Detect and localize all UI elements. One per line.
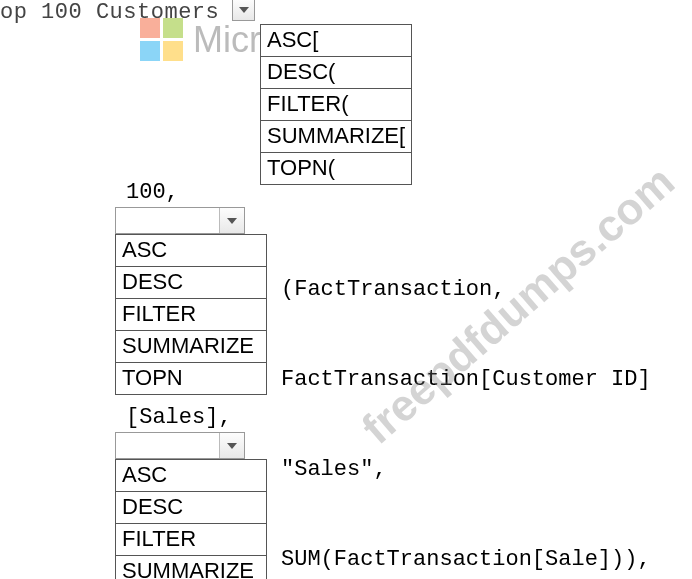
dropdown1-list: ASC[ DESC( FILTER( SUMMARIZE[ TOPN( bbox=[260, 24, 412, 185]
list-item[interactable]: SUMMARIZE[ bbox=[261, 121, 411, 153]
list-item[interactable]: FILTER bbox=[116, 299, 266, 331]
code-line: FactTransaction[Customer ID] bbox=[281, 365, 651, 395]
code-sales-line: [Sales], bbox=[126, 405, 232, 430]
list-item[interactable]: ASC bbox=[116, 235, 266, 267]
list-item[interactable]: DESC bbox=[116, 267, 266, 299]
dropdown3-button[interactable] bbox=[219, 433, 244, 458]
dropdown3-input[interactable] bbox=[115, 432, 245, 459]
list-item[interactable]: FILTER bbox=[116, 524, 266, 556]
list-item[interactable]: DESC( bbox=[261, 57, 411, 89]
code-facttransaction-block: (FactTransaction, FactTransaction[Custom… bbox=[281, 215, 651, 579]
dropdown2-list: ASC DESC FILTER SUMMARIZE TOPN bbox=[115, 234, 267, 395]
chevron-down-icon bbox=[239, 7, 249, 13]
dropdown1-button[interactable] bbox=[232, 0, 255, 21]
dropdown2-input[interactable] bbox=[115, 207, 245, 234]
list-item[interactable]: DESC bbox=[116, 492, 266, 524]
list-item[interactable]: ASC bbox=[116, 460, 266, 492]
list-item[interactable]: ASC[ bbox=[261, 25, 411, 57]
dropdown2-button[interactable] bbox=[219, 208, 244, 233]
dropdown3-list: ASC DESC FILTER SUMMARIZE TOPN bbox=[115, 459, 267, 579]
code-100-arg: 100, bbox=[126, 180, 179, 205]
list-item[interactable]: TOPN bbox=[116, 363, 266, 394]
code-line: "Sales", bbox=[281, 455, 651, 485]
code-line: SUM(FactTransaction[Sale])), bbox=[281, 545, 651, 575]
chevron-down-icon bbox=[227, 443, 237, 449]
chevron-down-icon bbox=[227, 218, 237, 224]
list-item[interactable]: TOPN( bbox=[261, 153, 411, 184]
list-item[interactable]: FILTER( bbox=[261, 89, 411, 121]
list-item[interactable]: SUMMARIZE bbox=[116, 556, 266, 579]
formula-label: op 100 Customers = bbox=[0, 0, 247, 25]
code-line: (FactTransaction, bbox=[281, 275, 651, 305]
formula-start-row: op 100 Customers = bbox=[0, 0, 247, 25]
list-item[interactable]: SUMMARIZE bbox=[116, 331, 266, 363]
